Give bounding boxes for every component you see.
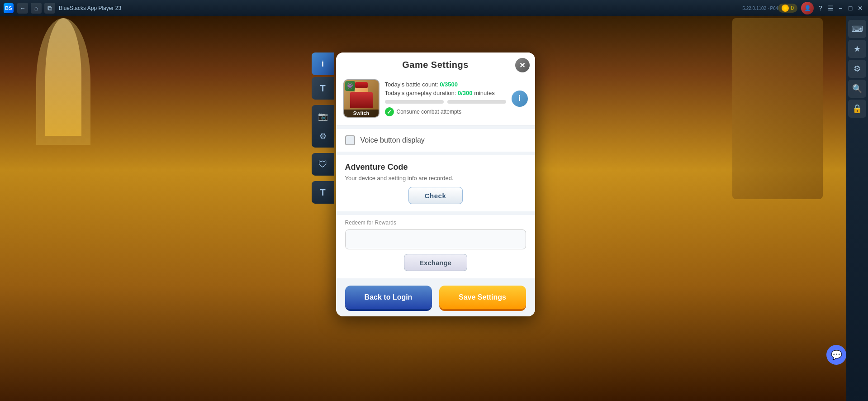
coin-display: 0 <box>778 4 797 13</box>
sidebar-settings-button[interactable]: ⚙ <box>848 60 866 78</box>
bluestacks-logo: BS <box>4 3 14 13</box>
battle-count-label: Today's battle count: <box>385 81 440 88</box>
titlebar-nav: ← ⌂ ⧉ <box>17 3 55 14</box>
chat-panel-button[interactable]: T <box>312 77 334 100</box>
chat-bottom-panel: T <box>312 181 334 204</box>
dialog-title: Game Settings <box>402 60 469 70</box>
adventure-code-title: Adventure Code <box>345 162 526 172</box>
character-body <box>350 92 373 108</box>
voice-button-section: Voice button display <box>336 129 535 152</box>
settings-panel-button[interactable]: ⚙ <box>314 128 332 145</box>
dialog-overlay: i T 📷 ⚙ 🛡 T Game Settings ✕ 👾 <box>0 16 846 401</box>
screenshot-button[interactable]: 📷 <box>314 108 332 125</box>
copy-nav-button[interactable]: ⧉ <box>44 3 55 14</box>
sidebar-keyboard-button[interactable]: ⌨ <box>848 20 866 38</box>
redeem-input[interactable] <box>345 229 526 249</box>
sidebar-lock-button[interactable]: 🔒 <box>848 100 866 118</box>
sidebar-search-button[interactable]: 🔍 <box>848 80 866 98</box>
help-button[interactable]: ? <box>816 4 825 12</box>
character-section: 👾 Switch Today's battle count: 0/3500 To… <box>336 75 535 125</box>
character-avatar[interactable]: 👾 Switch <box>343 79 379 118</box>
character-info-button[interactable]: i <box>512 91 528 107</box>
battle-count-value: 0/3500 <box>440 81 458 88</box>
close-icon: ✕ <box>519 61 525 70</box>
consume-combat-row: ✓ Consume combat attempts <box>385 107 506 116</box>
app-version: 5.22.0.1102 · P64 <box>742 6 778 11</box>
info-icon: i <box>518 94 521 103</box>
shield-panel: 🛡 <box>312 153 334 176</box>
titlebar: BS ← ⌂ ⧉ BlueStacks App Player 23 5.22.0… <box>0 0 868 16</box>
game-settings-dialog: Game Settings ✕ 👾 Switch Today's battle … <box>336 53 535 316</box>
character-badge: 👾 <box>345 81 355 91</box>
back-nav-button[interactable]: ← <box>17 3 28 14</box>
shield-button[interactable]: 🛡 <box>314 156 332 173</box>
home-nav-button[interactable]: ⌂ <box>31 3 42 14</box>
sidebar-star-button[interactable]: ★ <box>848 40 866 58</box>
adventure-code-section: Adventure Code Your device and setting i… <box>336 155 535 211</box>
coin-count: 0 <box>791 5 794 11</box>
app-title: BlueStacks App Player 23 <box>59 5 740 11</box>
game-side-panel: i T 📷 ⚙ 🛡 T <box>312 53 334 204</box>
character-stats: Today's battle count: 0/3500 Today's gam… <box>385 79 506 116</box>
stat-bar-2 <box>447 100 506 104</box>
save-settings-button[interactable]: Save Settings <box>439 286 526 309</box>
adventure-code-description: Your device and setting info are recorde… <box>345 175 526 181</box>
character-label: Switch <box>344 110 379 117</box>
dialog-close-button[interactable]: ✕ <box>515 58 530 72</box>
coin-icon <box>782 5 789 12</box>
exchange-button[interactable]: Exchange <box>404 254 467 271</box>
screenshot-panel: 📷 ⚙ <box>312 105 334 148</box>
restore-button[interactable]: □ <box>846 4 854 12</box>
dialog-footer: Back to Login Save Settings <box>336 278 535 316</box>
info-panel-button[interactable]: i <box>312 53 334 75</box>
close-button[interactable]: ✕ <box>856 4 864 12</box>
redeem-label: Redeem for Rewards <box>345 220 526 226</box>
user-avatar[interactable]: 👤 <box>801 2 814 14</box>
gameplay-label: Today's gameplay duration: <box>385 90 458 96</box>
minimize-button[interactable]: − <box>836 4 844 12</box>
chat-bottom-button[interactable]: T <box>314 184 332 201</box>
menu-button[interactable]: ☰ <box>826 4 835 12</box>
dialog-header: Game Settings ✕ <box>336 53 535 75</box>
consume-combat-label: Consume combat attempts <box>397 109 461 115</box>
back-to-login-button[interactable]: Back to Login <box>345 286 432 309</box>
check-mark-icon: ✓ <box>385 107 394 116</box>
gameplay-value: 0/300 <box>458 90 473 96</box>
redeem-section: Redeem for Rewards Exchange <box>336 215 535 278</box>
check-button[interactable]: Check <box>408 187 463 204</box>
window-controls: ? ☰ − □ ✕ <box>816 4 864 12</box>
battle-count-line: Today's battle count: 0/3500 <box>385 81 506 88</box>
character-hair <box>355 82 368 88</box>
stat-bars <box>385 100 506 104</box>
stat-bar-1 <box>385 100 444 104</box>
right-sidebar: ⌨ ★ ⚙ 🔍 🔒 <box>846 16 868 401</box>
gameplay-duration-line: Today's gameplay duration: 0/300 minutes <box>385 90 506 96</box>
gameplay-unit: minutes <box>473 90 495 96</box>
voice-button-label: Voice button display <box>360 136 425 144</box>
live-chat-button[interactable]: 💬 <box>826 345 846 365</box>
voice-checkbox[interactable] <box>345 135 355 145</box>
